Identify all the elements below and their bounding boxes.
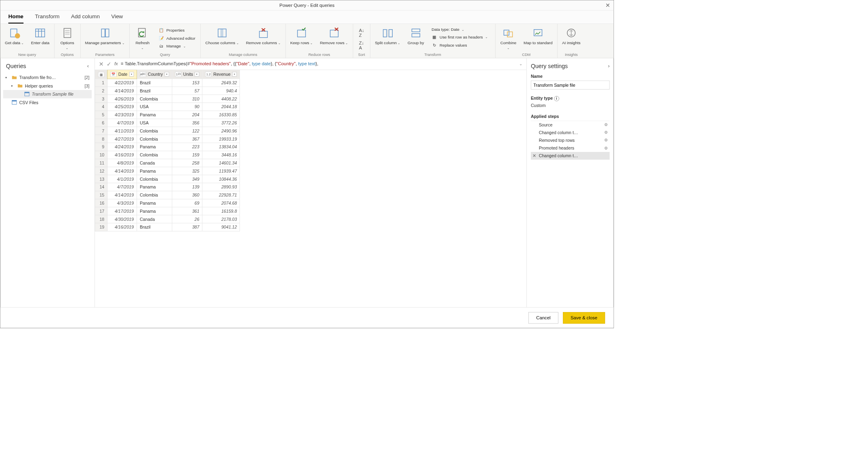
choose-columns-button[interactable]: Choose columns ⌄	[204, 26, 241, 46]
cell-units[interactable]: 90	[172, 103, 202, 111]
cell-country[interactable]: Brazil	[137, 223, 172, 231]
filter-icon[interactable]: ▾	[129, 72, 134, 77]
cell-date[interactable]: 4/11/2019	[107, 127, 137, 135]
options-button[interactable]: Options⌄	[57, 26, 77, 51]
cell-date[interactable]: 4/14/2019	[107, 167, 137, 175]
cell-units[interactable]: 325	[172, 167, 202, 175]
cell-revenue[interactable]: 2074.68	[202, 199, 240, 207]
sort-asc-button[interactable]: A↓Z	[359, 28, 364, 38]
cell-country[interactable]: USA	[137, 103, 172, 111]
cell-units[interactable]: 356	[172, 119, 202, 127]
cell-date[interactable]: 4/3/2019	[107, 199, 137, 207]
gear-icon[interactable]: ⚙	[604, 138, 608, 142]
collapse-panel-icon[interactable]: ‹	[87, 63, 89, 69]
table-row[interactable]: 144/7/2019Panama1392890.93	[95, 183, 240, 191]
cell-country[interactable]: Brazil	[137, 79, 172, 87]
cell-country[interactable]: Colombia	[137, 151, 172, 159]
table-row[interactable]: 44/25/2019USA902044.18	[95, 103, 240, 111]
close-icon[interactable]: ✕	[605, 2, 610, 9]
table-row[interactable]: 64/7/2019USA3563772.26	[95, 119, 240, 127]
cell-country[interactable]: Panama	[137, 207, 172, 215]
cell-country[interactable]: Colombia	[137, 135, 172, 143]
table-row[interactable]: 114/8/2019Canada25814601.34	[95, 159, 240, 167]
column-header-units[interactable]: 123Units▾	[172, 70, 202, 79]
cell-revenue[interactable]: 2044.18	[202, 103, 240, 111]
cell-revenue[interactable]: 22928.71	[202, 191, 240, 199]
table-row[interactable]: 94/24/2019Panama22313834.04	[95, 143, 240, 151]
cell-date[interactable]: 4/24/2019	[107, 143, 137, 151]
cell-revenue[interactable]: 11939.47	[202, 167, 240, 175]
applied-step[interactable]: ✕Changed column t…	[531, 152, 610, 160]
cell-units[interactable]: 122	[172, 127, 202, 135]
cell-country[interactable]: Colombia	[137, 95, 172, 103]
cell-units[interactable]: 57	[172, 87, 202, 95]
cell-units[interactable]: 153	[172, 79, 202, 87]
use-first-row-button[interactable]: ▦Use first row as headers ⌄	[430, 34, 491, 41]
properties-button[interactable]: 📋Properties	[157, 27, 197, 34]
cell-units[interactable]: 159	[172, 151, 202, 159]
cell-country[interactable]: Colombia	[137, 175, 172, 183]
replace-values-button[interactable]: ↻Replace values	[430, 42, 491, 49]
cell-country[interactable]: Panama	[137, 199, 172, 207]
manage-parameters-button[interactable]: Manage parameters ⌄	[83, 26, 127, 46]
cell-country[interactable]: Panama	[137, 183, 172, 191]
tab-transform[interactable]: Transform	[35, 13, 60, 24]
formula-text[interactable]: = Table.TransformColumnTypes(#"Promoted …	[121, 61, 516, 66]
cell-units[interactable]: 360	[172, 191, 202, 199]
cell-date[interactable]: 4/14/2019	[107, 191, 137, 199]
cell-date[interactable]: 4/17/2019	[107, 207, 137, 215]
cell-revenue[interactable]: 2649.32	[202, 79, 240, 87]
cell-revenue[interactable]: 19933.19	[202, 135, 240, 143]
cell-date[interactable]: 4/27/2019	[107, 135, 137, 143]
cell-country[interactable]: Panama	[137, 167, 172, 175]
cell-date[interactable]: 4/7/2019	[107, 119, 137, 127]
group-by-button[interactable]: Group by	[406, 26, 426, 46]
cell-units[interactable]: 387	[172, 223, 202, 231]
applied-step[interactable]: Removed top rows⚙	[531, 136, 610, 144]
split-column-button[interactable]: Split column ⌄	[373, 26, 402, 46]
table-row[interactable]: 34/26/2019Colombia3104408.22	[95, 95, 240, 103]
folder-tree-item[interactable]: ▸ Helper queries[3]	[3, 81, 92, 90]
tab-view[interactable]: View	[111, 13, 123, 24]
cell-revenue[interactable]: 3448.16	[202, 151, 240, 159]
cell-country[interactable]: Brazil	[137, 87, 172, 95]
cell-date[interactable]: 4/16/2019	[107, 151, 137, 159]
cell-revenue[interactable]: 940.4	[202, 87, 240, 95]
cell-date[interactable]: 4/1/2019	[107, 175, 137, 183]
cell-revenue[interactable]: 10844.36	[202, 175, 240, 183]
delete-step-icon[interactable]: ✕	[532, 153, 536, 158]
table-row[interactable]: 24/14/2019Brazil57940.4	[95, 87, 240, 95]
table-row[interactable]: 194/16/2019Brazil3879041.12	[95, 223, 240, 231]
tab-home[interactable]: Home	[9, 13, 24, 24]
table-row[interactable]: 104/16/2019Colombia1593448.16	[95, 151, 240, 159]
commit-formula-icon[interactable]: ✓	[107, 60, 111, 67]
cell-revenue[interactable]: 2178.03	[202, 215, 240, 223]
cell-date[interactable]: 4/23/2019	[107, 111, 137, 119]
cell-revenue[interactable]: 16159.8	[202, 207, 240, 215]
info-icon[interactable]: i	[554, 96, 559, 101]
cell-revenue[interactable]: 4408.22	[202, 95, 240, 103]
cancel-formula-icon[interactable]: ✕	[99, 60, 104, 67]
cell-units[interactable]: 69	[172, 199, 202, 207]
cell-date[interactable]: 4/25/2019	[107, 103, 137, 111]
table-row[interactable]: 124/14/2019Panama32511939.47	[95, 167, 240, 175]
sort-desc-button[interactable]: Z↓A	[359, 41, 364, 51]
cell-revenue[interactable]: 9041.12	[202, 223, 240, 231]
cell-country[interactable]: Canada	[137, 159, 172, 167]
select-all-corner[interactable]: ▦	[95, 70, 107, 79]
cell-country[interactable]: Panama	[137, 111, 172, 119]
filter-icon[interactable]: ▾	[195, 72, 199, 77]
table-row[interactable]: 84/27/2019Colombia36719933.19	[95, 135, 240, 143]
applied-step[interactable]: Promoted headers⚙	[531, 144, 610, 152]
table-row[interactable]: 164/3/2019Panama692074.68	[95, 199, 240, 207]
save-close-button[interactable]: Save & close	[563, 312, 605, 323]
cell-revenue[interactable]: 3772.26	[202, 119, 240, 127]
get-data-button[interactable]: Get data ⌄	[3, 26, 26, 46]
cell-revenue[interactable]: 14601.34	[202, 159, 240, 167]
combine-button[interactable]: Combine⌄	[498, 26, 519, 51]
filter-icon[interactable]: ▾	[232, 72, 237, 77]
table-row[interactable]: 74/11/2019Colombia1222490.96	[95, 127, 240, 135]
filter-icon[interactable]: ▾	[165, 72, 169, 77]
cell-units[interactable]: 204	[172, 111, 202, 119]
gear-icon[interactable]: ⚙	[604, 122, 608, 127]
